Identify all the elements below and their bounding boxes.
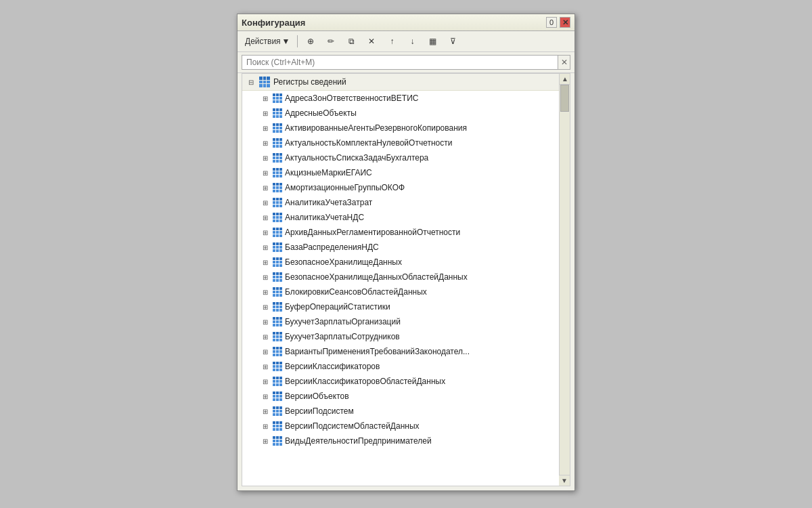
scrollbar-thumb[interactable]: [560, 85, 569, 112]
tree-item-label: БлокировкиСеансовОбластейДанных: [285, 287, 556, 297]
tree-item-label: АналитикаУчетаЗатрат: [285, 198, 556, 207]
move-up-icon: ↑: [386, 36, 397, 47]
tree-item[interactable]: ⊞ БухучетЗарплатыОрганизаций: [242, 314, 570, 329]
tree-item-label: АкцизныеМаркиЕГАИС: [285, 168, 556, 177]
toolbar-separator-1: [297, 35, 298, 47]
tree-item[interactable]: ⊞ АмортизационныеГруппыОКОФ: [242, 180, 570, 195]
grid-icon: [272, 287, 283, 297]
tree-item[interactable]: ⊞ АкцизныеМаркиЕГАИС: [242, 165, 570, 180]
tree-item-label: БухучетЗарплатыСотрудников: [285, 332, 556, 341]
tree-item-label: АналитикаУчетаНДС: [285, 213, 556, 222]
hierarchy-button[interactable]: ▦: [424, 34, 441, 49]
delete-icon: ✕: [366, 36, 377, 47]
expand-icon: ⊞: [261, 213, 270, 222]
search-bar: ✕: [238, 52, 574, 73]
expand-icon: ⊞: [261, 168, 270, 177]
grid-icon: [272, 227, 283, 238]
search-clear-button[interactable]: ✕: [558, 55, 570, 70]
collapse-icon: ⊟: [246, 77, 256, 87]
expand-icon: ⊞: [261, 421, 270, 431]
expand-icon: ⊞: [261, 242, 270, 252]
tree-item-label: БазаРаспределенияНДС: [285, 242, 556, 252]
grid-icon: [272, 346, 283, 357]
grid-icon: [272, 108, 283, 119]
tree-item-label: БуферОперацийСтатистики: [285, 302, 556, 312]
search-input[interactable]: [242, 55, 558, 70]
scrollbar-track[interactable]: [560, 85, 570, 475]
tree-item[interactable]: ⊞ БазаРаспределенияНДС: [242, 240, 570, 255]
tree-item[interactable]: ⊞ АктуальностьСпискаЗадачБухгалтера: [242, 150, 570, 165]
actions-menu-button[interactable]: Действия ▼: [242, 35, 293, 48]
grid-icon: [272, 301, 283, 312]
tree-item-label: БезопасноеХранилищеДанныхОбластейДанных: [285, 272, 556, 282]
title-bar: Конфигурация 0 ✕: [238, 14, 574, 31]
expand-icon: ⊞: [261, 228, 270, 237]
copy-button[interactable]: ⧉: [342, 34, 360, 49]
move-down-icon: ↓: [407, 36, 418, 47]
toolbar: Действия ▼ ⊕ ✏ ⧉ ✕ ↑ ↓ ▦ ⊽: [238, 31, 574, 52]
tree-item-label: ВерсииПодсистем: [285, 406, 556, 416]
configuration-window: Конфигурация 0 ✕ Действия ▼ ⊕ ✏ ⧉ ✕ ↑ ↓: [237, 14, 575, 491]
tree-item-label: АмортизационныеГруппыОКОФ: [285, 183, 556, 192]
title-bar-left: Конфигурация: [242, 18, 305, 28]
edit-button[interactable]: ✏: [322, 34, 340, 49]
actions-arrow: ▼: [282, 37, 290, 46]
expand-icon: ⊞: [261, 406, 270, 416]
grid-icon: [272, 182, 283, 193]
expand-icon: ⊞: [261, 332, 270, 341]
minimize-button[interactable]: 0: [546, 17, 557, 28]
tree-item[interactable]: ⊞ БезопасноеХранилищеДанныхОбластейДанны…: [242, 270, 570, 284]
scrollbar-down-button[interactable]: ▼: [559, 475, 570, 486]
filter-icon: ⊽: [447, 36, 458, 47]
grid-icon: [272, 152, 283, 163]
tree-item-label: БезопасноеХранилищеДанных: [285, 257, 556, 267]
grid-icon: [272, 197, 283, 208]
tree-item[interactable]: ⊞ ВидыДеятельностиПредпринимателей: [242, 433, 570, 448]
expand-icon: ⊞: [261, 108, 270, 118]
add-icon: ⊕: [305, 36, 316, 47]
tree-item[interactable]: ⊞ БухучетЗарплатыСотрудников: [242, 329, 570, 344]
add-button[interactable]: ⊕: [302, 34, 319, 49]
expand-icon: ⊞: [261, 198, 270, 207]
tree-item[interactable]: ⊞ ВерсииОбъектов: [242, 389, 570, 404]
expand-icon: ⊞: [261, 257, 270, 267]
move-up-button[interactable]: ↑: [383, 34, 401, 49]
tree-item-label: ВерсииОбъектов: [285, 391, 556, 401]
tree-root-label: Регистры сведений: [273, 77, 567, 87]
tree-item[interactable]: ⊞ ВерсииКлассификаторов: [242, 359, 570, 374]
delete-button[interactable]: ✕: [363, 34, 380, 49]
scrollbar-up-button[interactable]: ▲: [560, 74, 570, 85]
expand-icon: ⊞: [261, 347, 270, 356]
grid-icon: [272, 436, 283, 446]
tree-item[interactable]: ⊞ ВариантыПримененияТребованийЗаконодате…: [242, 344, 570, 359]
scrollbar[interactable]: ▲ ▼: [559, 74, 570, 486]
actions-label: Действия: [245, 37, 281, 46]
filter-button[interactable]: ⊽: [444, 34, 461, 49]
expand-icon: ⊞: [261, 183, 270, 192]
tree-item-label: АрхивДанныхРегламентированнойОтчетности: [285, 228, 556, 237]
tree-item-label: ВидыДеятельностиПредпринимателей: [285, 436, 556, 446]
tree-item[interactable]: ⊞ АктуальностьКомплектаНулевойОтчетности: [242, 135, 570, 150]
close-button[interactable]: ✕: [560, 17, 570, 28]
tree-item[interactable]: ⊞ АктивированныеАгентыРезервногоКопирова…: [242, 121, 570, 135]
tree-item[interactable]: ⊞ БезопасноеХранилищеДанных: [242, 255, 570, 270]
tree-root-item[interactable]: ⊟ Регистры сведений: [242, 74, 570, 91]
tree-item[interactable]: ⊞ АдресныеОбъекты: [242, 106, 570, 121]
tree-item-label: АдресныеОбъекты: [285, 108, 556, 118]
tree-item[interactable]: ⊞ АдресаЗонОтветственностиВЕТИС: [242, 91, 570, 106]
tree-item[interactable]: ⊞ БуферОперацийСтатистики: [242, 299, 570, 314]
tree-item[interactable]: ⊞ ВерсииПодсистем: [242, 404, 570, 419]
tree-container[interactable]: ⊟ Регистры сведений ⊞: [242, 73, 570, 486]
tree-item[interactable]: ⊞ ВерсииКлассификаторовОбластейДанных: [242, 374, 570, 389]
tree-item-label: АдресаЗонОтветственностиВЕТИС: [285, 93, 556, 103]
tree-item[interactable]: ⊞ БлокировкиСеансовОбластейДанных: [242, 284, 570, 299]
tree-item-label: БухучетЗарплатыОрганизаций: [285, 317, 556, 326]
grid-icon: [272, 242, 283, 253]
expand-icon: ⊞: [261, 93, 270, 103]
tree-item[interactable]: ⊞ АналитикаУчетаНДС: [242, 210, 570, 225]
move-down-button[interactable]: ↓: [403, 34, 421, 49]
tree-item[interactable]: ⊞ АналитикаУчетаЗатрат: [242, 195, 570, 210]
expand-icon: ⊞: [261, 362, 270, 371]
tree-item[interactable]: ⊞ ВерсииПодсистемОбластейДанных: [242, 419, 570, 433]
tree-item[interactable]: ⊞ АрхивДанныхРегламентированнойОтчетност…: [242, 225, 570, 240]
